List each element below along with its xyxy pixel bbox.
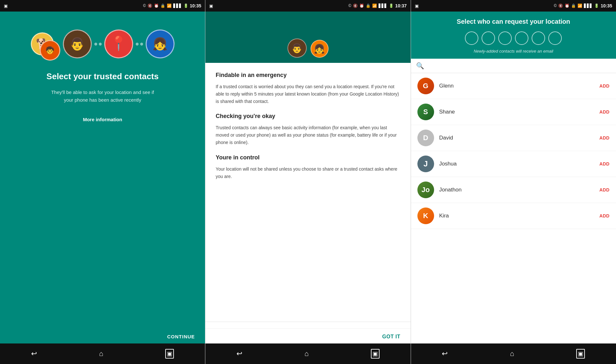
section1-text: If a trusted contact is worried about yo… (216, 83, 400, 105)
status-bar-3: ▣ © 🔇 ⏰ 🔒 📶 ▋▋▋ 🔋 10:35 (411, 0, 616, 12)
panel2-illustration: 👨 👧 (287, 38, 329, 58)
contact-name-shane: Shane (439, 109, 594, 115)
illustration: 🐕 🧒 👨 📍 (31, 30, 175, 58)
panel2-body: Findable in an emergency If a trusted co… (205, 63, 410, 315)
avatar-pin: 📍 (104, 30, 133, 58)
contact-row: DDavidADD (411, 125, 616, 151)
signal-icon-2: ▋▋▋ (379, 4, 387, 8)
back-button-2[interactable]: ↩ (236, 350, 242, 358)
wifi-icon-2: 📶 (372, 4, 377, 8)
circle-2 (482, 31, 495, 45)
contact-row: SShaneADD (411, 99, 616, 125)
add-button-kira[interactable]: ADD (599, 213, 610, 218)
wifi-icon: 📶 (167, 4, 172, 8)
home-button-1[interactable]: ⌂ (99, 350, 103, 358)
recents-button-3[interactable]: ▣ (576, 349, 585, 359)
status-bar-1: ▣ © 🔇 ⏰ 🔒 📶 ▋▋▋ 🔋 10:35 (0, 0, 205, 12)
alarm-icon-2: ⏰ (359, 4, 364, 8)
volume-icon-2: 🔇 (353, 4, 358, 8)
status-bar-2: ▣ © 🔇 ⏰ 🔒 📶 ▋▋▋ 🔋 10:37 (205, 0, 410, 12)
volume-icon-3: 🔇 (558, 4, 563, 8)
section2-title: Checking you're okay (216, 113, 400, 120)
panel3-header: Select who can request your location New… (411, 12, 616, 59)
status-bar-left-1: ▣ (4, 4, 8, 8)
home-button-2[interactable]: ⌂ (304, 350, 309, 358)
avatar-redgirl-small: 🧒 (40, 40, 60, 61)
lock-icon: 🔒 (160, 4, 165, 8)
panel1-title: Select your trusted contacts (47, 71, 159, 82)
add-button-david[interactable]: ADD (599, 135, 610, 140)
dot-1 (94, 43, 97, 46)
search-bar: 🔍 (411, 59, 616, 73)
dot-group-1 (94, 43, 102, 46)
nav-bar-1: ↩ ⌂ ▣ (0, 343, 205, 364)
avatar-glenn: G (417, 78, 434, 94)
alarm-icon-3: ⏰ (565, 4, 569, 8)
battery-icon: 🔋 (184, 4, 188, 8)
time-display-1: 10:35 (190, 3, 201, 8)
time-display-2: 10:37 (395, 3, 407, 8)
section3-text: Your location will not be shared unless … (216, 165, 400, 180)
circle-4 (515, 31, 528, 45)
circle-5 (532, 31, 545, 45)
screen-icon-2: ▣ (209, 4, 213, 8)
avatar-dog-container: 🐕 🧒 (31, 32, 54, 55)
circle-icon-2: © (348, 4, 351, 8)
add-button-shane[interactable]: ADD (599, 109, 610, 114)
section3-title: Youre in control (216, 154, 400, 161)
contact-name-kira: Kira (439, 213, 594, 219)
contact-name-david: David (439, 135, 594, 141)
recents-button-1[interactable]: ▣ (165, 349, 174, 359)
add-button-joshua[interactable]: ADD (599, 161, 610, 166)
search-icon: 🔍 (416, 62, 424, 70)
avatar-shane: S (417, 104, 434, 120)
contact-row: JoJonathonADD (411, 177, 616, 203)
battery-icon-2: 🔋 (389, 4, 394, 8)
dot-2 (99, 43, 102, 46)
add-button-glenn[interactable]: ADD (599, 83, 610, 89)
add-button-jonathon[interactable]: ADD (599, 187, 610, 192)
more-info-link[interactable]: More information (83, 117, 122, 122)
home-button-3[interactable]: ⌂ (510, 350, 514, 358)
avatar-david: D (417, 130, 434, 146)
continue-button[interactable]: CONTINUE (167, 334, 195, 339)
nav-bar-2: ↩ ⌂ ▣ (205, 343, 410, 364)
panel1-content: 🐕 🧒 👨 📍 (0, 12, 205, 327)
avatar-kira: K (417, 207, 434, 224)
alarm-icon: ⏰ (154, 4, 159, 8)
volume-icon: 🔇 (148, 4, 152, 8)
contact-name-joshua: Joshua (439, 161, 594, 167)
lock-icon-2: 🔒 (366, 4, 371, 8)
status-bar-left-2: ▣ (209, 4, 213, 8)
p2-avatar-man: 👨 (287, 38, 307, 58)
panel2-footer: GOT IT (205, 328, 410, 343)
avatar-girl: 👧 (146, 30, 175, 58)
contact-row: JJoshuaADD (411, 151, 616, 177)
panel1-description: They'll be able to ask for your location… (48, 89, 157, 104)
circle-6 (548, 31, 562, 45)
battery-icon-3: 🔋 (594, 4, 599, 8)
search-input[interactable] (428, 63, 611, 69)
avatar-jonathon: Jo (417, 182, 434, 198)
got-it-button[interactable]: GOT IT (382, 334, 400, 340)
recents-button-2[interactable]: ▣ (371, 349, 380, 359)
panel-select-contacts: ▣ © 🔇 ⏰ 🔒 📶 ▋▋▋ 🔋 10:35 Select who can r… (411, 0, 616, 364)
status-bar-right-3: © 🔇 ⏰ 🔒 📶 ▋▋▋ 🔋 10:35 (554, 3, 612, 8)
circle-icon: © (143, 4, 146, 8)
section2-text: Trusted contacts can always see basic ac… (216, 124, 400, 146)
back-button-1[interactable]: ↩ (31, 350, 37, 358)
dot-3 (136, 43, 139, 46)
panel3-title: Select who can request your location (417, 17, 610, 26)
contact-circles (417, 31, 610, 45)
screen-icon: ▣ (4, 4, 8, 8)
contact-row: GGlennADD (411, 73, 616, 99)
panel2-divider (205, 322, 410, 322)
signal-icon-3: ▋▋▋ (584, 4, 593, 8)
signal-icon: ▋▋▋ (173, 4, 182, 8)
panel1-footer: CONTINUE (0, 327, 205, 343)
panel-trusted-contacts: ▣ © 🔇 ⏰ 🔒 📶 ▋▋▋ 🔋 10:35 🐕 🧒 (0, 0, 205, 364)
time-display-3: 10:35 (601, 3, 612, 8)
back-button-3[interactable]: ↩ (442, 350, 448, 358)
lock-icon-3: 🔒 (571, 4, 576, 8)
panel2-header: 👨 👧 (205, 12, 410, 63)
